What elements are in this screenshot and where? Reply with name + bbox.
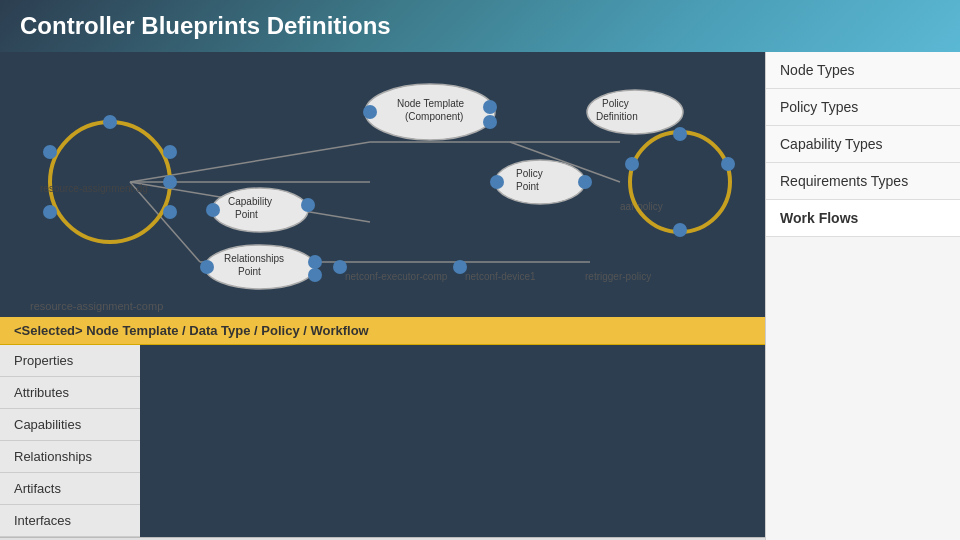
prop-relationships[interactable]: Relationships xyxy=(0,441,140,473)
svg-point-40 xyxy=(453,260,467,274)
right-panel-capability-types[interactable]: Capability Types xyxy=(766,126,960,163)
svg-point-46 xyxy=(721,157,735,171)
svg-point-34 xyxy=(200,260,214,274)
svg-text:Point: Point xyxy=(235,209,258,220)
resource-assignment-comp-label: resource-assignment-comp xyxy=(30,300,163,312)
prop-properties[interactable]: Properties xyxy=(0,345,140,377)
svg-point-10 xyxy=(103,115,117,129)
svg-text:(Component): (Component) xyxy=(405,111,463,122)
right-panel-requirements-types[interactable]: Requirements Types xyxy=(766,163,960,200)
svg-point-31 xyxy=(301,198,315,212)
main-layout: resource-assignment-dg Node Template (Co… xyxy=(0,52,960,540)
header: Controller Blueprints Definitions xyxy=(0,0,960,52)
selected-bar: <Selected> Node Template / Data Type / P… xyxy=(0,317,765,345)
properties-panel: Properties Attributes Capabilities Relat… xyxy=(0,345,765,537)
policy-point-bubble[interactable] xyxy=(495,160,585,204)
page-title: Controller Blueprints Definitions xyxy=(20,12,391,39)
svg-point-27 xyxy=(578,175,592,189)
svg-point-11 xyxy=(163,145,177,159)
capability-point-bubble[interactable] xyxy=(212,188,308,232)
svg-text:netconf-executor-comp: netconf-executor-comp xyxy=(345,271,448,282)
top-row: resource-assignment-dg Node Template (Co… xyxy=(0,52,960,540)
svg-point-19 xyxy=(363,105,377,119)
svg-text:aaf-policy: aaf-policy xyxy=(620,201,663,212)
svg-point-20 xyxy=(483,100,497,114)
right-panel-work-flows[interactable]: Work Flows xyxy=(766,200,960,237)
svg-point-14 xyxy=(43,145,57,159)
svg-point-26 xyxy=(490,175,504,189)
right-panel-policy-types[interactable]: Policy Types xyxy=(766,89,960,126)
svg-point-35 xyxy=(308,255,322,269)
svg-point-44 xyxy=(673,223,687,237)
svg-text:Node Template: Node Template xyxy=(397,98,465,109)
svg-text:Point: Point xyxy=(516,181,539,192)
prop-attributes[interactable]: Attributes xyxy=(0,377,140,409)
svg-text:Point: Point xyxy=(238,266,261,277)
svg-point-15 xyxy=(43,205,57,219)
svg-point-12 xyxy=(163,175,177,189)
svg-text:resource-assignment-dg: resource-assignment-dg xyxy=(40,183,148,194)
svg-text:retrigger-policy: retrigger-policy xyxy=(585,271,651,282)
svg-text:Policy: Policy xyxy=(602,98,629,109)
svg-point-13 xyxy=(163,205,177,219)
prop-artifacts[interactable]: Artifacts xyxy=(0,473,140,505)
diagram-area: resource-assignment-dg Node Template (Co… xyxy=(0,52,765,317)
svg-text:Definition: Definition xyxy=(596,111,638,122)
diagram-and-bottom: resource-assignment-dg Node Template (Co… xyxy=(0,52,765,540)
svg-point-21 xyxy=(483,115,497,129)
svg-text:Policy: Policy xyxy=(516,168,543,179)
right-panel: Node Types Policy Types Capability Types… xyxy=(765,52,960,540)
svg-point-43 xyxy=(673,127,687,141)
svg-text:netconf-device1: netconf-device1 xyxy=(465,271,536,282)
prop-interfaces[interactable]: Interfaces xyxy=(0,505,140,537)
svg-point-45 xyxy=(625,157,639,171)
prop-capabilities[interactable]: Capabilities xyxy=(0,409,140,441)
svg-text:Relationships: Relationships xyxy=(224,253,284,264)
svg-point-30 xyxy=(206,203,220,217)
svg-point-36 xyxy=(308,268,322,282)
svg-text:Capability: Capability xyxy=(228,196,272,207)
right-gold-circle[interactable] xyxy=(630,132,730,232)
svg-point-38 xyxy=(333,260,347,274)
svg-line-3 xyxy=(130,182,200,262)
page-wrapper: Controller Blueprints Definitions xyxy=(0,0,960,540)
right-panel-node-types[interactable]: Node Types xyxy=(766,52,960,89)
